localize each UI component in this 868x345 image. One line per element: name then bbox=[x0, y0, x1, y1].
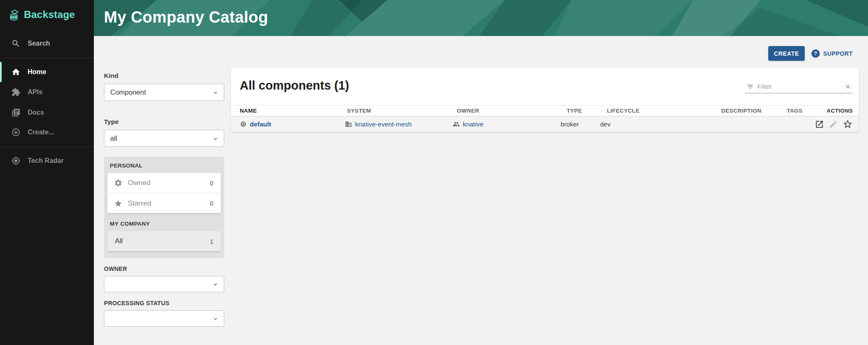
main-content: CREATE ? SUPPORT Kind Component Type all… bbox=[94, 36, 868, 345]
sidebar-item-label: APIs bbox=[28, 88, 43, 96]
lifecycle-cell: dev bbox=[600, 121, 713, 128]
group-icon bbox=[453, 121, 460, 128]
system-cell: knative-event-mesh bbox=[345, 121, 453, 128]
column-header-lifecycle[interactable]: LIFECYCLE bbox=[607, 108, 721, 114]
type-filter: Type all bbox=[104, 118, 224, 147]
filter-list-icon bbox=[746, 83, 754, 90]
owner-label: OWNER bbox=[104, 265, 224, 272]
kind-filter: Kind Component bbox=[104, 72, 224, 101]
table-filter-control bbox=[745, 80, 853, 93]
kind-select-value: Component bbox=[110, 88, 146, 96]
column-header-tags[interactable]: TAGS bbox=[787, 108, 826, 114]
column-header-owner[interactable]: OWNER bbox=[457, 108, 567, 114]
system-link[interactable]: knative-event-mesh bbox=[345, 121, 453, 128]
column-header-actions: ACTIONS bbox=[826, 108, 859, 114]
radar-icon bbox=[11, 156, 21, 165]
sidebar-item-label: Search bbox=[28, 40, 50, 47]
owner-select[interactable] bbox=[104, 276, 224, 292]
components-table-card: All components (1) NAME SYSTEM OWNER TYP… bbox=[231, 67, 859, 132]
clear-filter-button[interactable] bbox=[845, 83, 851, 90]
starred-label: Starred bbox=[128, 199, 151, 208]
sidebar-item-docs[interactable]: Docs bbox=[0, 103, 94, 123]
kind-select[interactable]: Component bbox=[104, 84, 224, 101]
ownership-filter-box: PERSONAL Owned 0 Starred 0 MY COMPANY Al… bbox=[104, 157, 224, 258]
create-button[interactable]: CREATE bbox=[768, 46, 805, 61]
support-label: SUPPORT bbox=[823, 50, 852, 57]
sidebar-item-create[interactable]: Create... bbox=[0, 122, 94, 142]
sidebar-item-apis[interactable]: APIs bbox=[0, 82, 94, 102]
entity-name-cell: default bbox=[240, 121, 345, 128]
type-select[interactable]: all bbox=[104, 130, 224, 147]
entity-name: default bbox=[250, 121, 271, 128]
column-header-system[interactable]: SYSTEM bbox=[347, 108, 457, 114]
sidebar-item-tech-radar[interactable]: Tech Radar bbox=[0, 151, 94, 171]
processing-status-label: PROCESSING STATUS bbox=[104, 300, 224, 306]
owned-count: 0 bbox=[210, 180, 213, 187]
backstage-app: Backstage Search Home APIs Docs Create..… bbox=[0, 0, 868, 345]
sidebar-item-label: Tech Radar bbox=[28, 157, 64, 165]
table-row: default knative-event-mesh knative broke… bbox=[231, 116, 859, 132]
system-name: knative-event-mesh bbox=[355, 121, 412, 128]
close-icon bbox=[845, 83, 851, 90]
type-cell: broker bbox=[560, 121, 600, 128]
owner-link[interactable]: knative bbox=[453, 121, 560, 128]
all-count: 1 bbox=[210, 238, 213, 245]
puzzle-icon bbox=[11, 88, 21, 97]
edit-button[interactable] bbox=[829, 120, 838, 129]
starred-filter-item[interactable]: Starred 0 bbox=[107, 193, 221, 213]
owned-filter-item[interactable]: Owned 0 bbox=[107, 173, 221, 193]
add-circle-icon bbox=[11, 128, 21, 137]
owner-name: knative bbox=[463, 121, 483, 128]
chevron-down-icon bbox=[212, 89, 219, 96]
sidebar-item-home[interactable]: Home bbox=[0, 62, 94, 82]
type-select-value: all bbox=[110, 134, 117, 142]
open-in-new-icon bbox=[815, 120, 824, 129]
column-header-description[interactable]: DESCRIPTION bbox=[721, 108, 787, 114]
star-border-icon bbox=[842, 119, 853, 129]
personal-section-title: PERSONAL bbox=[110, 162, 221, 169]
brand-name: Backstage bbox=[24, 9, 75, 21]
open-in-new-button[interactable] bbox=[815, 120, 824, 129]
all-filter-item[interactable]: All 1 bbox=[107, 231, 221, 252]
column-header-name[interactable]: NAME bbox=[240, 108, 347, 114]
star-button[interactable] bbox=[842, 119, 853, 129]
search-icon bbox=[11, 39, 21, 48]
table-title: All components (1) bbox=[240, 79, 349, 93]
actions-cell bbox=[815, 119, 859, 129]
docs-icon bbox=[11, 108, 21, 117]
type-label: Type bbox=[104, 118, 224, 126]
processing-status-filter: PROCESSING STATUS bbox=[104, 300, 224, 327]
table-header-area: All components (1) bbox=[231, 67, 859, 105]
page-title: My Company Catalog bbox=[104, 8, 268, 26]
system-icon bbox=[345, 121, 352, 128]
all-label: All bbox=[115, 237, 123, 245]
entity-name-link[interactable]: default bbox=[240, 121, 345, 128]
starred-count: 0 bbox=[210, 200, 213, 207]
chip-icon bbox=[240, 121, 247, 128]
sidebar: Backstage Search Home APIs Docs Create..… bbox=[0, 0, 94, 345]
star-icon bbox=[114, 199, 122, 208]
owned-label: Owned bbox=[128, 179, 150, 187]
sidebar-item-label: Docs bbox=[28, 109, 44, 116]
chevron-down-icon bbox=[212, 135, 219, 142]
sidebar-item-label: Create... bbox=[28, 129, 54, 136]
home-icon bbox=[11, 67, 21, 77]
kind-label: Kind bbox=[104, 72, 224, 80]
backstage-logo-icon bbox=[9, 8, 20, 21]
owner-filter: OWNER bbox=[104, 265, 224, 292]
sidebar-item-search[interactable]: Search bbox=[0, 33, 94, 54]
sidebar-item-label: Home bbox=[28, 68, 46, 76]
sidebar-divider bbox=[0, 147, 94, 147]
help-icon: ? bbox=[811, 49, 820, 58]
sidebar-divider bbox=[0, 58, 94, 58]
company-section-title: MY COMPANY bbox=[110, 221, 221, 227]
support-button[interactable]: ? SUPPORT bbox=[811, 46, 852, 61]
owner-cell: knative bbox=[453, 121, 560, 128]
table-filter-input[interactable] bbox=[757, 83, 841, 90]
page-header: My Company Catalog bbox=[94, 0, 868, 36]
column-header-type[interactable]: TYPE bbox=[567, 108, 607, 114]
personal-filter-card: Owned 0 Starred 0 bbox=[107, 173, 221, 213]
backstage-logo[interactable]: Backstage bbox=[9, 8, 75, 21]
processing-status-select[interactable] bbox=[104, 310, 224, 327]
gear-icon bbox=[114, 179, 122, 187]
